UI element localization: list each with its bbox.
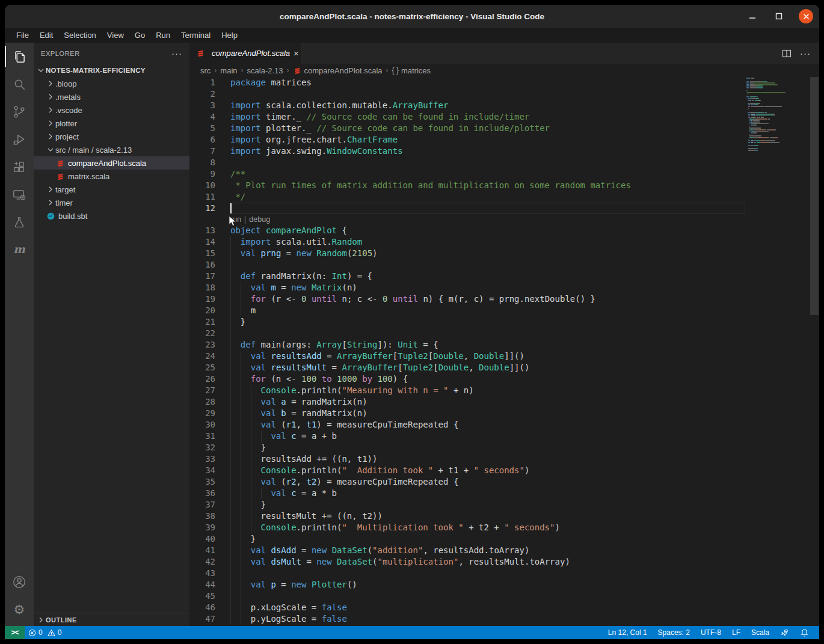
line-number: 41 [189, 545, 230, 556]
outline-section-header[interactable]: OUTLINE [34, 613, 189, 626]
chevron-right-icon [46, 118, 55, 128]
split-editor-icon[interactable] [782, 49, 792, 58]
tree-item-label: build.sbt [58, 212, 87, 221]
more-actions-icon[interactable]: ··· [800, 48, 811, 58]
code-lens: run|debug [189, 214, 746, 225]
tree-folder-plotter[interactable]: plotter [34, 117, 189, 130]
search-icon[interactable] [5, 70, 34, 98]
tree-file-compareandplot.scala[interactable]: compareAndPlot.scala [34, 156, 189, 170]
tree-folder-.metals[interactable]: .metals [34, 90, 189, 103]
line-number: 32 [189, 442, 230, 453]
code-lens-debug[interactable]: debug [249, 215, 270, 224]
breadcrumb-separator: › [212, 66, 218, 75]
menu-run[interactable]: Run [150, 28, 176, 43]
line-number: 44 [189, 579, 230, 590]
status-metals-status[interactable] [775, 626, 795, 639]
metals-icon[interactable]: m [5, 236, 34, 264]
line-number: 13 [189, 225, 230, 236]
line-number: 39 [189, 522, 230, 533]
tree-folder-src-main-scala-2.13[interactable]: src / main / scala-2.13 [34, 143, 189, 156]
sidebar-header: EXPLORER ··· [34, 43, 189, 64]
extensions-icon[interactable] [5, 153, 34, 181]
line-number: 45 [189, 590, 230, 602]
status-cursor-position[interactable]: Ln 12, Col 1 [603, 626, 653, 639]
tab-bar: compareAndPlot.scala × ··· [189, 43, 819, 64]
debug-icon[interactable] [5, 126, 34, 153]
line-number: 19 [189, 293, 230, 305]
close-button[interactable] [799, 9, 813, 23]
account-icon[interactable] [5, 568, 34, 596]
git-branch-icon[interactable] [5, 98, 34, 126]
scala-file-icon [55, 171, 65, 181]
minimap[interactable] [746, 77, 810, 626]
breadcrumb: src›main›scala-2.13›compareAndPlot.scala… [189, 64, 819, 77]
tree-folder-timer[interactable]: timer [34, 196, 189, 209]
breadcrumb-item-scala-2.13[interactable]: scala-2.13 [247, 66, 283, 75]
sidebar-more-actions[interactable]: ··· [171, 48, 182, 58]
tree-file-matrix.scala[interactable]: matrix.scala [34, 170, 189, 183]
menu-view[interactable]: View [102, 28, 129, 43]
chevron-right-icon [46, 92, 55, 102]
gear-icon[interactable]: ⚙ [5, 596, 34, 624]
vertical-scrollbar[interactable] [810, 77, 819, 626]
breadcrumb-separator: › [384, 66, 390, 75]
remote-explorer-icon[interactable] [5, 181, 34, 209]
status-indentation[interactable]: Spaces: 2 [653, 626, 695, 639]
menu-help[interactable]: Help [216, 28, 243, 43]
code-line-17: 17 def randMatrix(n: Int) = { [189, 271, 746, 282]
scrollbar-slider[interactable] [810, 77, 819, 315]
beaker-icon[interactable] [5, 209, 34, 236]
breadcrumb-item-compareandplot.scala[interactable]: compareAndPlot.scala [293, 66, 383, 75]
braces-icon: { } [392, 66, 399, 75]
window-title: compareAndPlot.scala - notes-matrix-effi… [280, 12, 544, 21]
code-line-27: 27 Console.println("Measuring with n = "… [189, 385, 746, 396]
tree-file-build.sbt[interactable]: build.sbt [34, 209, 189, 222]
title-bar[interactable]: compareAndPlot.scala - notes-matrix-effi… [5, 5, 819, 28]
line-number: 33 [189, 453, 230, 465]
tab-close-icon[interactable]: × [294, 48, 299, 58]
code-line-9: 9/** [189, 168, 746, 180]
status-language-mode[interactable]: Scala [746, 626, 775, 639]
tree-folder-project[interactable]: project [34, 130, 189, 143]
code-line-44: 44 val p = new Plotter() [189, 579, 746, 590]
status-encoding[interactable]: UTF-8 [695, 626, 727, 639]
line-number: 24 [189, 351, 230, 362]
code-line-46: 46 p.xLogScale = false [189, 602, 746, 613]
breadcrumb-item-matrices[interactable]: { }matrices [392, 66, 431, 75]
code-line-47: 47 p.yLogScale = false [189, 613, 746, 625]
maximize-button[interactable] [772, 10, 786, 23]
scala-file-icon [195, 49, 205, 58]
breadcrumb-item-main[interactable]: main [220, 66, 237, 75]
code-line-35: 35 val (r2, t2) = measureCpuTimeRepeated… [189, 476, 746, 488]
menu-selection[interactable]: Selection [58, 28, 101, 43]
tree-folder-.bloop[interactable]: .bloop [34, 77, 189, 90]
chevron-right-icon [46, 185, 55, 194]
explorer-sidebar: EXPLORER ··· NOTES-MATRIX-EFFICIENCY.blo… [34, 43, 189, 626]
code-line-32: 32 } [189, 442, 746, 453]
code-line-10: 10 * Plot run times of matrix addition a… [189, 180, 746, 191]
menu-edit[interactable]: Edit [34, 28, 58, 43]
problems-status[interactable]: 0 0 [25, 626, 65, 639]
files-icon[interactable] [5, 43, 34, 70]
status-notifications[interactable] [795, 626, 814, 639]
remote-indicator[interactable]: >< [5, 626, 25, 639]
code-line-26: 26 for (n <- 100 to 1000 by 100) { [189, 373, 746, 385]
tree-folder-target[interactable]: target [34, 183, 189, 196]
tree-item-label: .vscode [55, 106, 82, 115]
sbt-file-icon [46, 211, 55, 221]
tree-folder-.vscode[interactable]: .vscode [34, 103, 189, 117]
tree-item-label: .bloop [55, 79, 76, 88]
line-number: 43 [189, 568, 230, 579]
tab-compareAndPlot[interactable]: compareAndPlot.scala × [189, 43, 301, 64]
vscode-window: compareAndPlot.scala - notes-matrix-effi… [5, 5, 819, 639]
menu-file[interactable]: File [11, 28, 34, 43]
minimize-button[interactable] [746, 10, 759, 23]
tree-root-notes-matrix-efficiency[interactable]: NOTES-MATRIX-EFFICIENCY [34, 64, 189, 77]
code-area[interactable]: 1package matrices23import scala.collecti… [189, 77, 746, 626]
menu-go[interactable]: Go [129, 28, 150, 43]
breadcrumb-item-src[interactable]: src [200, 66, 211, 75]
status-eol[interactable]: LF [727, 626, 746, 639]
code-line-4: 4import timer._ // Source code can be fo… [189, 111, 746, 123]
line-number: 20 [189, 305, 230, 316]
menu-terminal[interactable]: Terminal [176, 28, 216, 43]
